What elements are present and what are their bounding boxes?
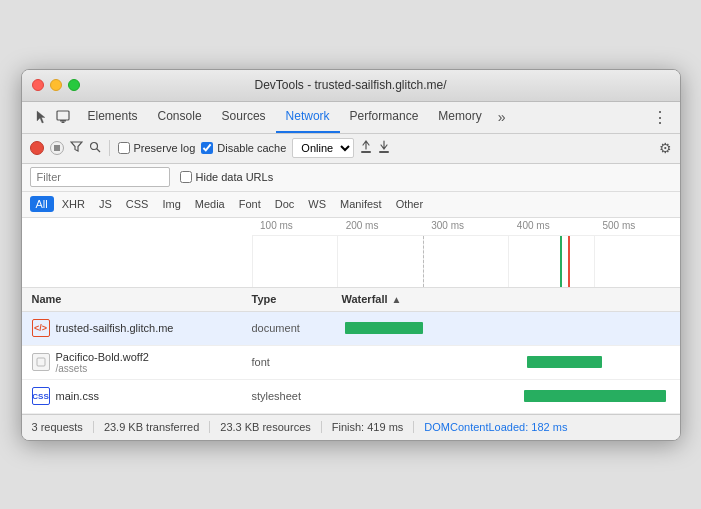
waterfall-bar (524, 390, 666, 402)
titlebar: DevTools - trusted-sailfish.glitch.me/ (22, 70, 680, 102)
transferred-size: 23.9 KB transferred (94, 421, 210, 433)
maximize-button[interactable] (68, 79, 80, 91)
stop-button[interactable] (50, 141, 64, 155)
tab-elements[interactable]: Elements (78, 101, 148, 133)
inspect-icon[interactable] (52, 106, 74, 128)
hide-data-checkbox[interactable] (180, 171, 192, 183)
network-toolbar: Preserve log Disable cache Online ⚙ (22, 134, 680, 164)
search-icon[interactable] (89, 141, 101, 156)
hide-data-text: Hide data URLs (196, 171, 274, 183)
svg-line-4 (96, 148, 100, 152)
header-waterfall: Waterfall ▲ (342, 293, 680, 305)
type-tab-img[interactable]: Img (156, 196, 186, 212)
row-waterfall (342, 312, 680, 345)
record-button[interactable] (30, 141, 44, 155)
row-name: main.css (56, 390, 99, 402)
requests-table: Name Type Waterfall ▲ </> trusted-sailfi… (22, 288, 680, 414)
waterfall-timeline: 100 ms 200 ms 300 ms 400 ms 500 ms (22, 218, 680, 288)
type-filter-tabs: All XHR JS CSS Img Media Font Doc WS Man… (22, 192, 680, 218)
row-type: font (252, 356, 342, 368)
svg-rect-7 (37, 358, 45, 366)
svg-rect-0 (57, 111, 69, 120)
type-tab-ws[interactable]: WS (302, 196, 332, 212)
finish-time: Finish: 419 ms (322, 421, 415, 433)
row-waterfall (342, 346, 680, 379)
ruler-mark-100: 100 ms (260, 220, 293, 231)
type-tab-doc[interactable]: Doc (269, 196, 301, 212)
tab-console[interactable]: Console (148, 101, 212, 133)
dom-loaded-line (560, 236, 562, 287)
type-tab-other[interactable]: Other (390, 196, 430, 212)
type-tab-media[interactable]: Media (189, 196, 231, 212)
font-icon (32, 353, 50, 371)
ruler-mark-500: 500 ms (602, 220, 635, 231)
tab-memory[interactable]: Memory (428, 101, 491, 133)
ruler-mark-400: 400 ms (517, 220, 550, 231)
minimize-button[interactable] (50, 79, 62, 91)
table-row[interactable]: CSS main.css stylesheet (22, 380, 680, 414)
filter-icon[interactable] (70, 141, 83, 155)
devtools-window: DevTools - trusted-sailfish.glitch.me/ E… (21, 69, 681, 441)
svg-rect-6 (379, 151, 389, 153)
ruler-mark-200: 200 ms (346, 220, 379, 231)
filter-row: Hide data URLs (22, 164, 680, 192)
requests-count: 3 requests (32, 421, 94, 433)
nav-icons (30, 106, 74, 128)
settings-icon[interactable]: ⚙ (659, 140, 672, 156)
tab-network[interactable]: Network (276, 101, 340, 133)
more-tabs-button[interactable]: » (492, 109, 512, 125)
preserve-log-checkbox[interactable] (118, 142, 130, 154)
finish-line (568, 236, 570, 287)
throttle-select[interactable]: Online (292, 138, 354, 158)
import-icon[interactable] (360, 140, 372, 157)
hide-data-label[interactable]: Hide data URLs (180, 171, 274, 183)
row-type: document (252, 322, 342, 334)
preserve-log-label[interactable]: Preserve log (118, 142, 196, 154)
svg-rect-2 (61, 122, 64, 124)
nav-tabs: Elements Console Sources Network Perform… (78, 101, 512, 133)
waterfall-bar (527, 356, 601, 368)
header-name: Name (22, 293, 252, 305)
resources-size: 23.3 KB resources (210, 421, 322, 433)
table-row[interactable]: </> trusted-sailfish.glitch.me document (22, 312, 680, 346)
traffic-lights (32, 79, 80, 91)
disable-cache-label[interactable]: Disable cache (201, 142, 286, 154)
row-name-cell: </> trusted-sailfish.glitch.me (22, 319, 252, 337)
row-waterfall (342, 380, 680, 413)
cursor-icon[interactable] (30, 106, 52, 128)
dom-loaded-time: DOMContentLoaded: 182 ms (414, 421, 577, 433)
svg-point-3 (90, 142, 97, 149)
type-tab-font[interactable]: Font (233, 196, 267, 212)
type-tab-all[interactable]: All (30, 196, 54, 212)
type-tab-js[interactable]: JS (93, 196, 118, 212)
css-icon: CSS (32, 387, 50, 405)
export-icon[interactable] (378, 140, 390, 157)
nav-toolbar: Elements Console Sources Network Perform… (22, 102, 680, 134)
toolbar-right: ⋮ (648, 108, 672, 127)
row-name-cell: CSS main.css (22, 387, 252, 405)
row-name: Pacifico-Bold.woff2 (56, 351, 149, 363)
svg-rect-5 (361, 151, 371, 153)
row-name: trusted-sailfish.glitch.me (56, 322, 174, 334)
html-icon: </> (32, 319, 50, 337)
table-row[interactable]: Pacifico-Bold.woff2 /assets font (22, 346, 680, 380)
header-type: Type (252, 293, 342, 305)
tab-performance[interactable]: Performance (340, 101, 429, 133)
row-name-cell: Pacifico-Bold.woff2 /assets (22, 351, 252, 374)
kebab-menu-button[interactable]: ⋮ (648, 108, 672, 127)
disable-cache-checkbox[interactable] (201, 142, 213, 154)
close-button[interactable] (32, 79, 44, 91)
preserve-log-text: Preserve log (134, 142, 196, 154)
sort-arrow-icon: ▲ (392, 294, 402, 305)
ruler-mark-300: 300 ms (431, 220, 464, 231)
type-tab-xhr[interactable]: XHR (56, 196, 91, 212)
type-tab-manifest[interactable]: Manifest (334, 196, 388, 212)
separator (109, 140, 110, 156)
tab-sources[interactable]: Sources (212, 101, 276, 133)
table-header: Name Type Waterfall ▲ (22, 288, 680, 312)
window-title: DevTools - trusted-sailfish.glitch.me/ (254, 78, 446, 92)
row-sub: /assets (56, 363, 149, 374)
filter-input[interactable] (30, 167, 170, 187)
waterfall-bar (345, 322, 423, 334)
type-tab-css[interactable]: CSS (120, 196, 155, 212)
